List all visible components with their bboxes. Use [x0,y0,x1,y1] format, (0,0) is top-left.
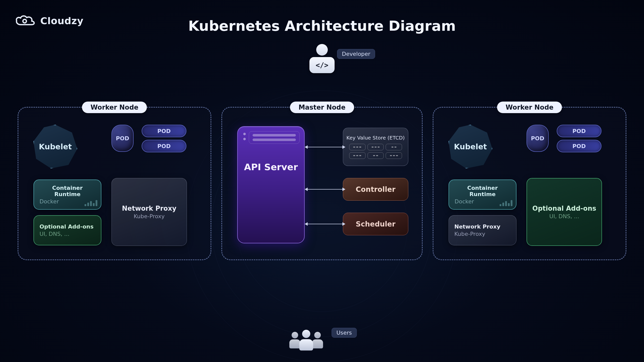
etcd-label: Key Value Store (ETCD) [346,135,405,141]
pod-large: POD [111,125,134,152]
container-runtime-title: Container Runtime [455,185,510,197]
developer-figure: </> Developer [309,44,335,73]
server-icon [249,131,300,144]
arrow-icon [305,189,345,190]
addons-title: Optional Add-ons [39,223,94,230]
network-proxy-subtitle: Kube-Proxy [454,231,485,237]
page-title: Kubernetes Architecture Diagram [0,18,644,34]
container-runtime-title: Container Runtime [39,185,95,197]
container-runtime-box: Container Runtime Docker [33,179,101,210]
worker-node-left-label: Worker Node [82,102,147,113]
network-proxy-box: Network Proxy Kube-Proxy [449,215,516,245]
addons-subtitle: UI, DNS, ... [39,231,69,237]
pod-small: POD [557,140,601,152]
users-icon [287,327,325,348]
worker-node-right-label: Worker Node [497,102,562,113]
container-runtime-subtitle: Docker [39,198,59,205]
api-server-label: API Server [238,162,304,172]
server-icon [243,133,246,140]
worker-node-left: Worker Node Kubelet POD POD POD Containe… [18,107,211,260]
users-label: Users [332,328,357,338]
chart-icon [500,200,512,206]
network-proxy-title: Network Proxy [454,223,500,230]
kubelet-box: Kubelet [449,125,492,168]
container-runtime-subtitle: Docker [455,198,474,205]
scheduler-box: Scheduler [343,213,408,235]
users-figure: Users [287,327,357,348]
master-node: Master Node API Server Key Value Store (… [221,107,423,260]
network-proxy-box: Network Proxy Kube-Proxy [111,178,187,246]
etcd-box: Key Value Store (ETCD) [343,128,408,166]
pod-small: POD [142,125,186,137]
pod-small: POD [557,125,601,137]
controller-box: Controller [343,178,408,201]
chart-icon [85,200,97,206]
addons-title: Optional Add-ons [532,205,596,212]
api-server-box: API Server [237,126,305,243]
addons-subtitle: UI, DNS, ... [549,213,579,219]
arrow-icon [305,224,345,224]
master-node-label: Master Node [290,102,354,113]
container-runtime-box: Container Runtime Docker [449,179,516,210]
code-icon: </> [309,57,335,73]
arrow-icon [305,147,345,147]
pod-large: POD [527,125,549,152]
network-proxy-subtitle: Kube-Proxy [134,213,165,219]
addons-box: Optional Add-ons UI, DNS, ... [33,215,101,245]
developer-label: Developer [337,49,375,59]
kubelet-box: Kubelet [33,125,77,168]
worker-node-right: Worker Node Kubelet POD POD POD Containe… [433,107,626,260]
person-icon [316,44,328,56]
pod-small: POD [142,140,186,152]
addons-box: Optional Add-ons UI, DNS, ... [527,178,602,246]
keyvalue-icon [349,144,402,159]
network-proxy-title: Network Proxy [122,205,176,212]
